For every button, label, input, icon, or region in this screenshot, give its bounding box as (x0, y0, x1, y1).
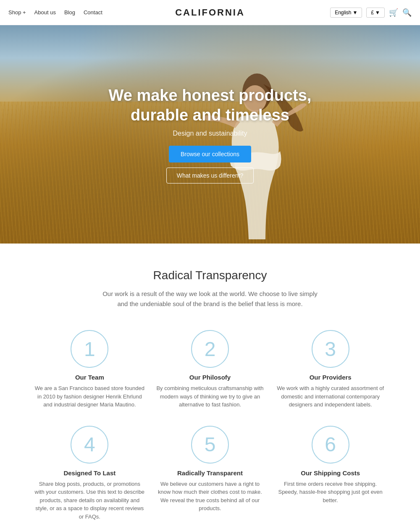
feature-item-4: 4 Designed To Last Share blog posts, pro… (34, 426, 146, 521)
search-icon[interactable]: 🔍 (402, 8, 412, 17)
feature-desc-2: By combining meticulous craftsmanship wi… (154, 384, 266, 409)
feature-name-6: Our Shipping Costs (274, 469, 386, 477)
feature-number-2: 2 (191, 330, 229, 368)
hero-content: We make honest products,durable and time… (100, 77, 320, 192)
site-header: Shop + About us Blog Contact CALIFORNIA … (0, 0, 420, 25)
feature-item-3: 3 Our Providers We work with a highly cu… (274, 330, 386, 409)
feature-item-1: 1 Our Team We are a San Francisco based … (34, 330, 146, 409)
feature-name-2: Our Philosofy (154, 374, 266, 381)
feature-number-4: 4 (71, 426, 108, 464)
site-logo[interactable]: CALIFORNIA (175, 7, 245, 18)
nav-blog[interactable]: Blog (64, 9, 75, 16)
hero-title: We make honest products,durable and time… (109, 86, 312, 126)
feature-number-5: 5 (191, 426, 229, 464)
feature-number-3: 3 (312, 330, 349, 368)
feature-number-1: 1 (71, 330, 108, 368)
feature-name-4: Designed To Last (34, 469, 146, 477)
feature-number-6: 6 (312, 426, 349, 464)
nav-about[interactable]: About us (34, 9, 56, 16)
feature-desc-4: Share blog posts, products, or promotion… (34, 480, 146, 521)
nav-contact[interactable]: Contact (84, 9, 102, 16)
transparency-desc: Our work is a result of the way we look … (101, 289, 319, 309)
feature-name-3: Our Providers (274, 374, 386, 381)
hero-section: We make honest products,durable and time… (0, 25, 420, 244)
main-nav: Shop + About us Blog Contact (8, 9, 102, 16)
transparency-title: Radical Transparency (34, 269, 386, 282)
nav-shop[interactable]: Shop + (8, 9, 26, 16)
feature-name-5: Radically Transparent (154, 469, 266, 477)
feature-item-6: 6 Our Shipping Costs First time orders r… (274, 426, 386, 521)
cart-icon[interactable]: 🛒 (389, 8, 398, 17)
feature-desc-5: We believe our customers have a right to… (154, 480, 266, 513)
browse-collections-button[interactable]: Browse our collections (169, 146, 251, 162)
feature-desc-3: We work with a highly curated assortment… (274, 384, 386, 409)
what-makes-us-button[interactable]: What makes us different? (166, 168, 254, 183)
currency-selector[interactable]: £ ▼ (366, 8, 385, 18)
feature-item-5: 5 Radically Transparent We believe our c… (154, 426, 266, 521)
features-grid: 1 Our Team We are a San Francisco based … (34, 326, 386, 524)
header-controls: English ▼ £ ▼ 🛒 🔍 (330, 8, 412, 18)
feature-desc-6: First time orders receive free shipping.… (274, 480, 386, 505)
feature-item-2: 2 Our Philosofy By combining meticulous … (154, 330, 266, 409)
language-selector[interactable]: English ▼ (330, 8, 362, 18)
feature-desc-1: We are a San Francisco based store found… (34, 384, 146, 409)
feature-name-1: Our Team (34, 374, 146, 381)
hero-subtitle: Design and sustainability (109, 130, 312, 137)
transparency-section: Radical Transparency Our work is a resul… (0, 244, 420, 524)
